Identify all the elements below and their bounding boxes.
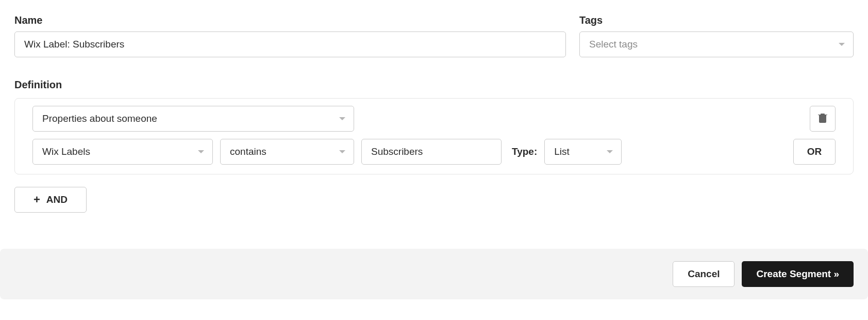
tags-select[interactable]: Select tags [579, 31, 854, 57]
or-label: OR [807, 146, 822, 157]
condition-type-select[interactable]: Properties about someone [32, 106, 354, 132]
definition-section-label: Definition [14, 79, 854, 91]
create-segment-button[interactable]: Create Segment » [742, 261, 854, 287]
definition-card: Properties about someone Wix Labels cont… [14, 98, 854, 174]
condition-type-value: Properties about someone [42, 113, 157, 124]
value-type-value: List [554, 146, 570, 157]
name-label: Name [14, 14, 566, 26]
trash-icon [818, 113, 827, 125]
chevron-down-icon [607, 150, 613, 153]
tags-field-group: Tags Select tags [579, 14, 854, 57]
delete-condition-button[interactable] [810, 106, 836, 132]
type-label: Type: [512, 146, 537, 157]
and-label: AND [46, 194, 68, 205]
chevron-down-icon [839, 43, 845, 46]
cancel-label: Cancel [688, 268, 720, 280]
value-type-select[interactable]: List [544, 139, 622, 165]
condition-value-input[interactable] [361, 139, 502, 165]
name-input[interactable] [14, 31, 566, 57]
footer-bar: Cancel Create Segment » [0, 249, 868, 299]
operator-select[interactable]: contains [220, 139, 354, 165]
plus-icon: + [34, 194, 40, 205]
name-field-group: Name [14, 14, 566, 57]
property-select[interactable]: Wix Labels [32, 139, 213, 165]
tags-placeholder: Select tags [589, 39, 638, 50]
operator-value: contains [230, 146, 266, 157]
cancel-button[interactable]: Cancel [673, 261, 735, 287]
and-button[interactable]: + AND [14, 187, 87, 213]
create-segment-label: Create Segment » [756, 268, 839, 280]
tags-label: Tags [579, 14, 854, 26]
chevron-down-icon [339, 117, 345, 120]
chevron-down-icon [339, 150, 345, 153]
chevron-down-icon [198, 150, 204, 153]
or-button[interactable]: OR [793, 139, 836, 165]
property-value: Wix Labels [42, 146, 90, 157]
